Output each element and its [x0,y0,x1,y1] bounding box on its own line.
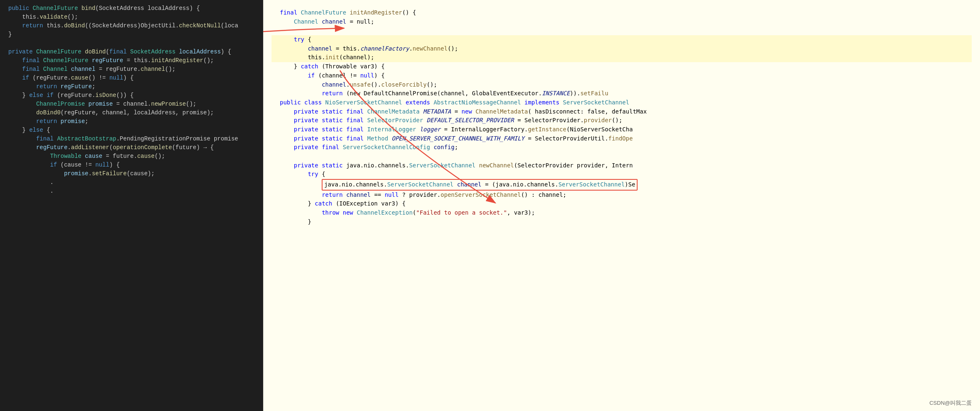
r-code-line-23: throw new ChannelException("Failed to op… [272,208,972,218]
r-code-line-1: final ChannelFuture initAndRegister() { [272,8,972,17]
r-code-line-4: try { [272,35,972,44]
r-code-line-19: try { [272,170,972,179]
r-code-line-7: } catch (Throwable var3) { [272,62,972,71]
code-line-8: final Channel channel = regFuture.channe… [0,65,263,74]
r-code-line-5: channel = this.channelFactory.newChannel… [272,44,972,53]
r-code-line-12: private static final ChannelMetadata MET… [272,107,972,116]
code-line-1: public ChannelFuture bind(SocketAddress … [0,4,263,13]
code-line-16: final AbstractBootstrap.PendingRegistrat… [0,135,263,143]
code-line-20: promise.setFailure(cause); [0,169,263,178]
r-code-line-22: } catch (IOException var3) { [272,199,972,208]
code-line-21: . [0,178,263,187]
code-line-10: return regFuture; [0,82,263,91]
r-code-line-14: private static final InternalLogger logg… [272,125,972,134]
code-line-2: this.validate(); [0,13,263,22]
code-line-18: Throwable cause = future.cause(); [0,152,263,161]
r-code-line-10: return (new DefaultChannelPromise(channe… [272,89,972,98]
r-code-line-3 [272,26,972,35]
r-code-line-13: private static final SelectorProvider DE… [272,116,972,125]
main-container: public ChannelFuture bind(SocketAddress … [0,0,980,411]
code-line-6: private ChannelFuture doBind(final Socke… [0,48,263,56]
right-code-panel: final ChannelFuture initAndRegister() { … [263,0,980,411]
code-line-22: . [0,187,263,196]
r-code-line-17 [272,152,972,161]
r-code-line-2: Channel channel = null; [272,17,972,27]
r-code-line-24: } [272,218,972,227]
r-code-line-11: public class NioServerSocketChannel exte… [272,98,972,107]
code-line-3: return this.doBind((SocketAddress)Object… [0,22,263,30]
r-code-line-6: this.init(channel); [272,53,972,62]
code-line-9: if (regFuture.cause() != null) { [0,74,263,82]
r-code-line-16: private final ServerSocketChannelConfig … [272,143,972,152]
r-code-line-20: java.nio.channels.ServerSocketChannel ch… [272,179,972,191]
watermark: CSDN@叫我二蛋 [929,399,972,407]
code-line-4: } [0,30,263,39]
code-line-19: if (cause != null) { [0,161,263,169]
code-line-5 [0,39,263,48]
code-line-13: doBind0(regFuture, channel, localAddress… [0,109,263,117]
code-line-7: final ChannelFuture regFuture = this.ini… [0,56,263,65]
code-line-15: } else { [0,126,263,135]
code-line-11: } else if (regFuture.isDone()) { [0,91,263,100]
code-line-14: return promise; [0,117,263,126]
r-code-line-18: private static java.nio.channels.ServerS… [272,161,972,170]
left-code-panel: public ChannelFuture bind(SocketAddress … [0,0,263,411]
r-code-line-9: channel.unsafe().closeForcibly(); [272,80,972,89]
code-line-12: ChannelPromise promise = channel.newProm… [0,100,263,109]
r-code-line-8: if (channel != null) { [272,71,972,80]
code-line-17: regFuture.addListener(operationComplete(… [0,143,263,152]
r-code-line-15: private static final Method OPEN_SERVER_… [272,134,972,143]
r-code-line-21: return channel == null ? provider.openSe… [272,191,972,200]
